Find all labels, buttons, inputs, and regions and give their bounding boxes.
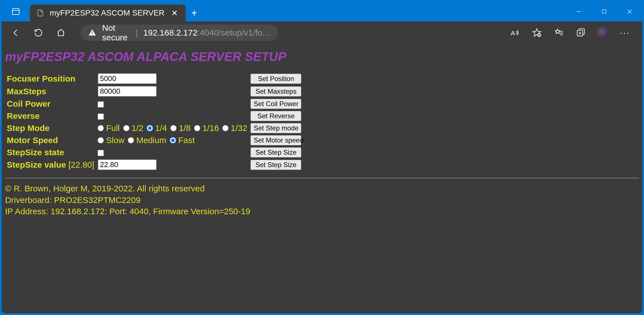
collections-icon[interactable] <box>575 27 587 39</box>
set-step-mode-button[interactable]: Set Step mode <box>250 123 301 133</box>
back-button[interactable] <box>7 24 24 41</box>
step-mode-thirtysecond-label: 1/32 <box>231 123 247 133</box>
footer-copyright: © R. Brown, Holger M, 2019-2022. All rig… <box>5 183 639 194</box>
footer-driverboard: Driverboard: PRO2ES32PTMC2209 <box>5 194 639 206</box>
step-mode-full-radio[interactable] <box>98 125 104 131</box>
page-title: myFP2ESP32 ASCOM ALPACA SERVER SETUP <box>5 50 639 64</box>
divider <box>5 178 639 178</box>
focuser-position-label: Focuser Position <box>5 72 96 85</box>
step-mode-quarter-label: 1/4 <box>155 123 167 133</box>
close-window-button[interactable] <box>617 2 642 21</box>
favorites-list-icon[interactable] <box>553 27 565 39</box>
stepsize-state-checkbox[interactable] <box>98 150 104 156</box>
motor-speed-fast-label: Fast <box>178 135 195 145</box>
svg-rect-0 <box>12 8 19 14</box>
browser-tab[interactable]: myFP2ESP32 ASCOM SERVER ✕ <box>30 5 186 21</box>
home-button[interactable] <box>52 24 69 41</box>
tab-actions-icon[interactable] <box>2 2 30 21</box>
svg-rect-3 <box>603 10 606 14</box>
coil-power-checkbox[interactable] <box>98 101 104 108</box>
browser-toolbar: Not secure | 192.168.2.172:4040/setup/v1… <box>2 21 642 44</box>
step-mode-sixteenth-radio[interactable] <box>194 125 200 131</box>
step-mode-half-label: 1/2 <box>132 123 144 133</box>
close-tab-icon[interactable]: ✕ <box>170 8 179 18</box>
step-mode-eighth-radio[interactable] <box>170 125 177 131</box>
tab-title: myFP2ESP32 ASCOM SERVER <box>50 8 164 18</box>
refresh-button[interactable] <box>30 24 47 41</box>
set-maxsteps-button[interactable]: Set Maxsteps <box>250 86 301 97</box>
motor-speed-fast-radio[interactable] <box>170 137 176 143</box>
set-position-button[interactable]: Set Position <box>250 74 301 84</box>
step-mode-eighth-label: 1/8 <box>179 123 191 133</box>
motor-speed-label: Motor Speed <box>5 134 96 146</box>
reverse-checkbox[interactable] <box>98 113 104 120</box>
coil-power-label: Coil Power <box>5 98 96 110</box>
motor-speed-medium-label: Medium <box>136 135 166 145</box>
stepsize-value-label-text: StepSize value <box>7 160 66 169</box>
page-content: myFP2ESP32 ASCOM ALPACA SERVER SETUP Foc… <box>2 44 642 313</box>
motor-speed-slow-label: Slow <box>106 135 124 145</box>
set-motor-speed-button[interactable]: Set Motor speed <box>250 135 301 145</box>
url-text: 192.168.2.172:4040/setup/v1/fo… <box>143 28 271 38</box>
step-mode-sixteenth-label: 1/16 <box>203 123 219 133</box>
svg-marker-13 <box>555 29 560 34</box>
focuser-position-input[interactable] <box>98 73 157 84</box>
stepsize-value-input[interactable] <box>98 159 157 170</box>
set-stepsize-value-button[interactable]: Set Step Size <box>250 160 301 170</box>
svg-rect-6 <box>92 31 93 34</box>
not-secure-label: Not secure <box>102 23 130 42</box>
warning-icon <box>88 29 96 37</box>
step-mode-quarter-radio[interactable] <box>147 125 153 131</box>
motor-speed-slow-radio[interactable] <box>98 137 104 143</box>
motor-speed-radio-group: Slow Medium Fast <box>98 135 247 145</box>
maxsteps-label: MaxSteps <box>5 85 96 98</box>
more-menu-icon[interactable]: ··· <box>619 27 631 39</box>
profile-avatar[interactable] <box>597 27 609 39</box>
maximize-button[interactable] <box>592 2 617 21</box>
footer-ip: IP Address: 192.168.2.172: Port: 4040, F… <box>5 206 639 217</box>
reverse-label: Reverse <box>5 110 96 122</box>
step-mode-full-label: Full <box>106 123 120 133</box>
settings-form: Focuser Position Set Position MaxSteps S… <box>5 72 303 171</box>
url-host: 192.168.2.172 <box>143 28 197 37</box>
svg-rect-7 <box>92 34 93 35</box>
stepsize-value-label: StepSize value [22.80] <box>5 158 96 171</box>
set-coil-power-button[interactable]: Set Coil Power <box>250 99 301 109</box>
set-reverse-button[interactable]: Set Reverse <box>250 111 301 121</box>
favorite-icon[interactable] <box>531 27 543 39</box>
window-titlebar: myFP2ESP32 ASCOM SERVER ✕ + <box>2 2 642 21</box>
step-mode-label: Step Mode <box>5 122 96 134</box>
read-aloud-icon[interactable]: A <box>509 27 521 39</box>
stepsize-value-current: [22.80] <box>68 160 94 169</box>
step-mode-half-radio[interactable] <box>123 125 129 131</box>
step-mode-thirtysecond-radio[interactable] <box>222 125 228 131</box>
motor-speed-medium-radio[interactable] <box>128 137 134 143</box>
minimize-button[interactable] <box>566 2 592 21</box>
page-icon <box>37 9 44 17</box>
svg-text:A: A <box>511 29 515 37</box>
new-tab-button[interactable]: + <box>186 5 203 21</box>
url-path: :4040/setup/v1/fo… <box>197 28 271 37</box>
footer: © R. Brown, Holger M, 2019-2022. All rig… <box>5 183 639 217</box>
stepsize-state-label: StepSize state <box>5 146 96 158</box>
addr-separator: | <box>135 28 138 38</box>
set-stepsize-state-button[interactable]: Set Step Size <box>250 147 301 158</box>
maxsteps-input[interactable] <box>98 86 157 97</box>
step-mode-radio-group: Full 1/2 1/4 1/8 1/16 1/32 <box>98 123 247 133</box>
address-bar[interactable]: Not secure | 192.168.2.172:4040/setup/v1… <box>81 25 278 41</box>
